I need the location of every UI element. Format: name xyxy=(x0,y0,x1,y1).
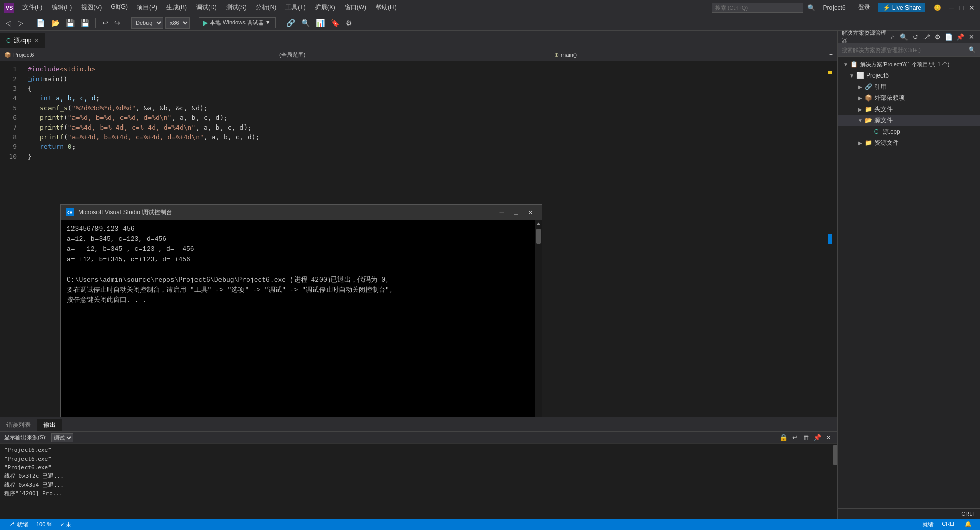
output-line-6: 程序"[4200] Pro... xyxy=(4,489,828,498)
menu-build[interactable]: 生成(B) xyxy=(162,2,191,13)
menu-bar[interactable]: 文件(F) 编辑(E) 视图(V) Git(G) 项目(P) 生成(B) 调试(… xyxy=(18,2,401,13)
se-search-icon: 🔍 xyxy=(969,46,976,53)
tab-close-button[interactable]: ✕ xyxy=(34,37,39,44)
menu-help[interactable]: 帮助(H) xyxy=(372,2,401,13)
redo-button[interactable]: ↪ xyxy=(112,18,122,28)
tab-source-cpp[interactable]: C 源.cpp ✕ xyxy=(0,33,45,48)
solution-explorer: 解决方案资源管理器 ⌂ 🔍 ↺ ⎇ ⚙ 📄 📌 ✕ 🔍 ▼ 📋 解决方案' xyxy=(837,31,980,519)
debug-line-7: 要在调试停止时自动关闭控制台，请启用 "工具" -> "选项" -> "调试" … xyxy=(67,285,529,295)
open-button[interactable]: 📂 xyxy=(49,18,62,28)
breakpoint-button[interactable]: ⚙ xyxy=(344,18,354,28)
debug-console-maximize[interactable]: □ xyxy=(510,207,522,218)
maximize-button[interactable]: □ xyxy=(958,4,966,12)
source-files-arrow: ▼ xyxy=(856,118,864,123)
debug-scroll-thumb[interactable] xyxy=(536,229,541,244)
menu-file[interactable]: 文件(F) xyxy=(18,2,46,13)
output-source-select[interactable]: 调试 xyxy=(51,433,74,442)
se-search-input[interactable] xyxy=(842,47,967,53)
tree-project[interactable]: ▼ ⬜ Project6 xyxy=(838,70,980,81)
menu-git[interactable]: Git(G) xyxy=(107,2,132,13)
se-props-btn[interactable]: ⚙ xyxy=(933,32,942,41)
undo-button[interactable]: ↩ xyxy=(100,18,110,28)
output-scroll-thumb[interactable] xyxy=(833,445,837,465)
debug-console-close[interactable]: ✕ xyxy=(524,207,536,218)
status-git[interactable]: ⎇ 就绪 xyxy=(4,519,32,530)
se-show-files-btn[interactable]: 📄 xyxy=(944,32,953,41)
se-refresh-btn[interactable]: ↺ xyxy=(911,32,920,41)
solution-explorer-search[interactable]: 🔍 xyxy=(838,43,980,57)
se-git-btn[interactable]: ⎇ xyxy=(922,32,931,41)
menu-tools[interactable]: 工具(T) xyxy=(281,2,309,13)
code-editor[interactable]: 1 2 3 4 5 6 7 8 9 10 #include<stdio.h> □… xyxy=(0,61,837,417)
status-zoom-label: 100 % xyxy=(36,521,52,527)
run-button[interactable]: ▶ 本地 Windows 调试器 ▼ xyxy=(199,17,276,28)
menu-edit[interactable]: 编辑(E) xyxy=(47,2,76,13)
scope-nav-label: (全局范围) xyxy=(279,51,305,59)
output-scroll-lock[interactable]: 🔒 xyxy=(779,433,788,442)
platform-select[interactable]: x86 xyxy=(165,17,190,29)
spy-button[interactable]: 🔍 xyxy=(299,18,312,28)
debug-line-2: a=12, b=345, c=123, d=456 xyxy=(67,234,529,244)
output-word-wrap[interactable]: ↵ xyxy=(790,433,799,442)
feedback-icon[interactable]: 😊 xyxy=(934,4,941,11)
status-check[interactable]: ✓ 未 xyxy=(56,519,76,530)
tree-resource-files[interactable]: ▶ 📁 资源文件 xyxy=(838,137,980,148)
source-cpp-label: 源.cpp xyxy=(883,128,900,136)
git-icon: ⎇ xyxy=(8,521,15,528)
se-search-btn[interactable]: 🔍 xyxy=(899,32,909,41)
menu-view[interactable]: 视图(V) xyxy=(77,2,106,13)
menu-debug[interactable]: 调试(D) xyxy=(192,2,221,13)
tree-references[interactable]: ▶ 🔗 引用 xyxy=(838,81,980,92)
output-close[interactable]: ✕ xyxy=(824,433,833,442)
tree-source-files[interactable]: ▼ 📂 源文件 xyxy=(838,115,980,126)
scope-nav[interactable]: (全局范围) xyxy=(275,48,549,61)
status-encoding[interactable]: 就绪 xyxy=(918,521,938,528)
tab-output[interactable]: 输出 xyxy=(37,419,62,431)
se-pin-btn[interactable]: 📌 xyxy=(955,32,965,41)
live-share-button[interactable]: ⚡ Live Share xyxy=(878,3,925,12)
se-home-btn[interactable]: ⌂ xyxy=(888,32,897,41)
run-label: 本地 Windows 调试器 ▼ xyxy=(210,19,271,27)
forward-button[interactable]: ▷ xyxy=(15,18,26,28)
status-zoom[interactable]: 100 % xyxy=(32,519,56,530)
tree-solution[interactable]: ▼ 📋 解决方案'Project6'(1 个项目/共 1 个) xyxy=(838,59,980,70)
login-label[interactable]: 登录 xyxy=(858,3,870,12)
output-line-4: 线程 0x3f2c 已退... xyxy=(4,472,828,481)
tab-error-list[interactable]: 错误列表 xyxy=(0,419,37,431)
menu-extensions[interactable]: 扩展(X) xyxy=(311,2,339,13)
status-encoding-label: 就绪 xyxy=(922,521,934,528)
debug-scrollbar[interactable]: ▲ ▼ xyxy=(535,220,542,417)
bookmark-button[interactable]: 🔖 xyxy=(329,18,341,28)
menu-project[interactable]: 项目(P) xyxy=(133,2,161,13)
menu-window[interactable]: 窗口(W) xyxy=(340,2,371,13)
toolbar-separator-1 xyxy=(30,18,30,28)
title-actions: 登录 ⚡ Live Share 😊 xyxy=(858,3,941,12)
search-input[interactable] xyxy=(712,3,803,13)
search-area: 🔍 xyxy=(712,3,815,13)
menu-test[interactable]: 测试(S) xyxy=(222,2,251,13)
minimize-button[interactable]: ─ xyxy=(947,4,955,12)
save-all-button[interactable]: 💾 xyxy=(79,18,91,28)
menu-analyze[interactable]: 分析(N) xyxy=(252,2,281,13)
tree-source-cpp[interactable]: ▶ C 源.cpp xyxy=(838,126,980,137)
debug-console-minimize[interactable]: ─ xyxy=(496,207,508,218)
se-close-btn[interactable]: ✕ xyxy=(967,32,976,41)
output-pin[interactable]: 📌 xyxy=(813,433,822,442)
project-nav[interactable]: 📦 Project6 xyxy=(0,48,274,61)
perf-button[interactable]: 📊 xyxy=(314,18,327,28)
output-clear[interactable]: 🗑 xyxy=(801,433,811,442)
attach-button[interactable]: 🔗 xyxy=(284,18,297,28)
function-nav[interactable]: ⊕ main() xyxy=(550,48,824,61)
tree-external-deps[interactable]: ▶ 📦 外部依赖项 xyxy=(838,92,980,104)
tree-header-files[interactable]: ▶ 📁 头文件 xyxy=(838,104,980,115)
new-project-button[interactable]: 📄 xyxy=(34,18,47,28)
add-nav-button[interactable]: + xyxy=(825,51,837,58)
close-button[interactable]: ✕ xyxy=(968,4,976,12)
status-crlf[interactable]: CRLF xyxy=(938,521,961,527)
save-button[interactable]: 💾 xyxy=(64,18,77,28)
status-notifications[interactable]: 🔔 xyxy=(961,521,976,527)
show-output-label: 显示输出来源(S): xyxy=(4,434,47,441)
output-scrollbar[interactable] xyxy=(832,444,837,519)
config-select[interactable]: Debug xyxy=(131,17,163,29)
back-button[interactable]: ◁ xyxy=(3,18,13,28)
